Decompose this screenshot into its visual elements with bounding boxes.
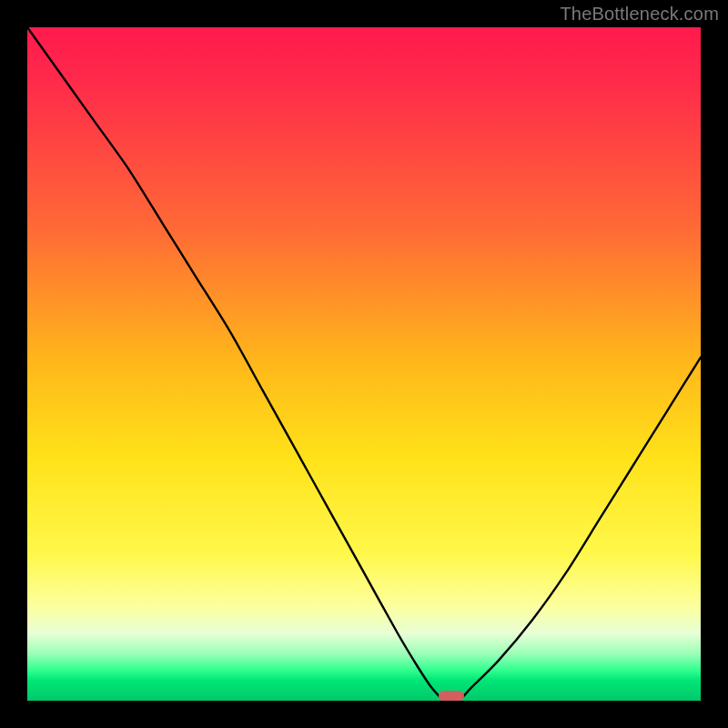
optimal-point-marker [439,691,464,701]
plot-area [27,27,701,701]
chart-frame: TheBottleneck.com [0,0,728,728]
watermark-text: TheBottleneck.com [560,4,719,25]
bottleneck-curve [27,27,701,701]
